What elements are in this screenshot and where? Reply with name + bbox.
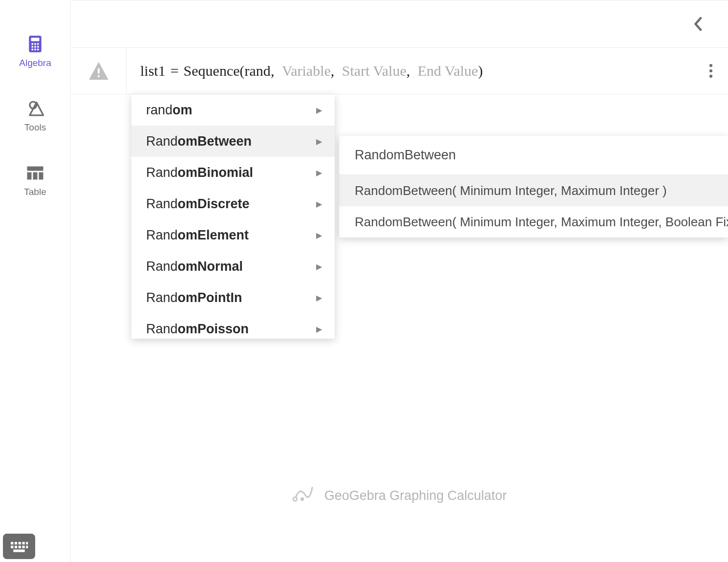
svg-rect-15 [39,173,43,180]
collapse-panel-button[interactable] [688,14,707,34]
svg-point-4 [37,43,39,45]
svg-rect-28 [26,542,28,544]
svg-point-2 [31,43,33,45]
table-icon [26,164,44,182]
expr-eq: = [166,63,184,79]
svg-rect-12 [27,167,43,171]
chevron-right-icon: ▶ [316,106,322,115]
expr-close-paren: ) [478,63,483,79]
expr-arg: rand [245,63,271,79]
expr-arg-placeholder: End Value [418,63,478,79]
syntax-variant[interactable]: RandomBetween( Minimum Integer, Maximum … [339,206,728,238]
sidebar-item-table[interactable]: Table [0,164,70,197]
svg-rect-16 [98,68,100,74]
expr-comma: , [271,63,282,79]
calculator-icon [26,35,44,53]
sidebar-item-algebra[interactable]: Algebra [0,35,70,68]
sidebar-item-label: Tools [24,122,46,133]
autocomplete-item[interactable]: RandomDiscrete ▶ [131,188,335,219]
row-status-marker[interactable] [71,48,127,94]
svg-rect-29 [11,546,13,548]
branding-text: GeoGebra Graphing Calculator [324,488,507,503]
chevron-right-icon: ▶ [316,324,322,334]
svg-rect-33 [26,546,28,548]
left-sidebar: Algebra Tools Table [0,0,71,562]
svg-rect-27 [22,542,25,544]
svg-rect-34 [13,550,24,552]
svg-rect-25 [15,542,17,544]
expression-input[interactable]: list1 = Sequence ( rand , Variable , Sta… [127,48,694,94]
more-vert-icon [709,64,713,78]
syntax-panel-title: RandomBetween [339,136,728,175]
autocomplete-dropdown: random ▶ RandomBetween ▶ RandomBinomial … [131,94,335,339]
svg-point-10 [37,48,39,50]
chevron-left-icon [692,17,703,31]
chevron-right-icon: ▶ [316,168,322,177]
keyboard-icon [9,540,29,553]
expression-row: list1 = Sequence ( rand , Variable , Sta… [71,47,728,94]
autocomplete-item[interactable]: RandomNormal ▶ [131,251,335,282]
expr-comma: , [331,63,342,79]
virtual-keyboard-button[interactable] [3,534,35,559]
chevron-right-icon: ▶ [316,231,322,240]
svg-rect-13 [27,173,32,180]
expr-arg-placeholder: Variable [282,63,331,79]
svg-rect-24 [11,542,13,544]
svg-rect-1 [31,38,40,41]
sidebar-item-label: Table [24,187,46,197]
geogebra-logo-icon [292,483,314,508]
svg-point-3 [34,43,36,45]
svg-rect-30 [15,546,17,548]
autocomplete-item[interactable]: random ▶ [131,94,335,126]
tools-icon [26,100,44,117]
svg-point-19 [709,69,712,72]
svg-rect-26 [19,542,21,544]
autocomplete-item[interactable]: RandomBinomial ▶ [131,157,335,188]
svg-rect-32 [22,546,25,548]
autocomplete-item[interactable]: RandomPoisson ▶ [131,313,335,339]
expr-open-paren: ( [240,63,245,79]
chevron-right-icon: ▶ [316,137,322,146]
expr-comma: , [407,63,418,79]
svg-point-20 [709,75,712,78]
chevron-right-icon: ▶ [316,262,322,271]
row-more-button[interactable] [694,48,728,94]
autocomplete-item[interactable]: RandomElement ▶ [131,219,335,251]
syntax-panel: RandomBetween RandomBetween( Minimum Int… [339,136,728,238]
svg-rect-31 [19,546,21,548]
warning-icon [88,61,109,81]
chevron-right-icon: ▶ [316,199,322,209]
autocomplete-item[interactable]: RandomBetween ▶ [131,126,335,157]
syntax-variant[interactable]: RandomBetween( Minimum Integer, Maximum … [339,175,728,206]
svg-point-6 [34,46,36,48]
svg-point-9 [34,48,36,50]
branding: GeoGebra Graphing Calculator [71,483,728,508]
sidebar-item-tools[interactable]: Tools [0,100,70,133]
expr-lhs: list1 [140,63,166,79]
sidebar-item-label: Algebra [19,58,51,68]
svg-point-18 [709,64,712,67]
chevron-right-icon: ▶ [316,293,322,303]
svg-point-7 [37,46,39,48]
autocomplete-item[interactable]: RandomPointIn ▶ [131,282,335,313]
svg-point-8 [31,48,33,50]
svg-point-5 [31,46,33,48]
svg-point-21 [293,497,297,501]
expr-fn: Sequence [184,63,240,79]
svg-rect-14 [33,173,38,180]
expr-arg-placeholder: Start Value [342,63,407,79]
svg-rect-17 [98,75,100,77]
panel-topbar [71,0,728,47]
svg-point-22 [300,497,304,501]
